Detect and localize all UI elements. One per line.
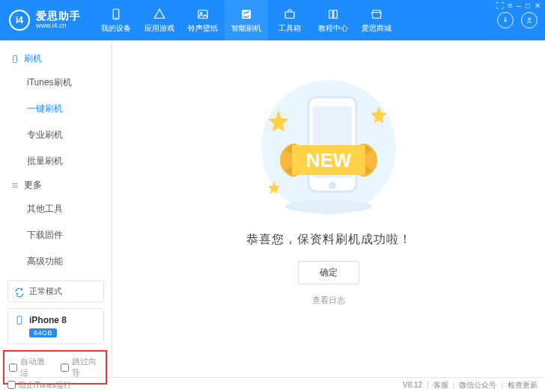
footer-link-wechat[interactable]: 微信公众号 bbox=[459, 380, 496, 391]
image-icon bbox=[196, 7, 210, 21]
phone-icon bbox=[109, 7, 123, 21]
checkbox-block-itunes[interactable]: 阻止iTunes运行 bbox=[7, 380, 71, 391]
wc-cart-icon[interactable]: ⛶ bbox=[496, 1, 504, 10]
sidebar-item-oneclick-flash[interactable]: 一键刷机 bbox=[0, 96, 112, 122]
checkbox-label: 自动激活 bbox=[20, 356, 50, 379]
nav-flash[interactable]: 智能刷机 bbox=[225, 0, 268, 40]
wc-close-icon[interactable]: ✕ bbox=[535, 1, 541, 10]
nav-label: 智能刷机 bbox=[231, 23, 261, 34]
download-icon bbox=[501, 16, 510, 25]
apps-icon bbox=[153, 7, 166, 21]
nav-apps[interactable]: 应用游戏 bbox=[138, 0, 181, 40]
window-controls: ⛶ ≡ – □ ✕ bbox=[496, 1, 541, 10]
separator: | bbox=[427, 381, 429, 389]
device-mode-label: 正常模式 bbox=[29, 286, 62, 297]
svg-rect-5 bbox=[285, 12, 294, 18]
sidebar-section-more[interactable]: 更多 bbox=[0, 174, 112, 196]
device-mode-chip[interactable]: 正常模式 bbox=[7, 281, 104, 302]
download-button[interactable] bbox=[497, 12, 514, 28]
sidebar-section-label: 更多 bbox=[24, 179, 42, 192]
brand-logo-icon: i4 bbox=[9, 10, 30, 31]
sidebar-item-batch-flash[interactable]: 批量刷机 bbox=[0, 148, 112, 174]
checkbox-label: 阻止iTunes运行 bbox=[19, 380, 71, 391]
top-nav: 我的设备 应用游戏 铃声壁纸 智能刷机 工具箱 教程中心 爱思商城 bbox=[94, 0, 398, 40]
svg-rect-11 bbox=[17, 316, 22, 325]
store-icon bbox=[370, 7, 383, 21]
separator: | bbox=[453, 381, 455, 389]
device-capacity-badge: 64GB bbox=[29, 328, 57, 337]
nav-label: 工具箱 bbox=[278, 23, 301, 34]
svg-text:NEW: NEW bbox=[306, 149, 352, 171]
sync-icon bbox=[240, 7, 253, 21]
phone-outline-icon bbox=[10, 55, 19, 64]
device-name: iPhone 8 bbox=[29, 315, 67, 325]
svg-rect-2 bbox=[198, 10, 207, 18]
success-message: 恭喜您，保资料刷机成功啦！ bbox=[246, 232, 412, 248]
sidebar-item-download-firmware[interactable]: 下载固件 bbox=[0, 222, 112, 248]
separator: | bbox=[501, 381, 503, 389]
nav-label: 教程中心 bbox=[318, 23, 348, 34]
wc-menu-icon[interactable]: ≡ bbox=[508, 1, 513, 10]
refresh-icon bbox=[14, 287, 25, 297]
view-log-link[interactable]: 查看日志 bbox=[312, 295, 345, 306]
book-icon bbox=[326, 7, 340, 21]
phone-solid-icon bbox=[14, 315, 25, 325]
brand: i4 爱思助手 www.i4.cn bbox=[0, 10, 90, 31]
nav-tutorials[interactable]: 教程中心 bbox=[311, 0, 355, 40]
checkbox-skip-wizard[interactable]: 跳过向导 bbox=[61, 356, 102, 379]
checkbox-label: 跳过向导 bbox=[72, 356, 102, 379]
wc-min-icon[interactable]: – bbox=[517, 1, 521, 10]
nav-toolbox[interactable]: 工具箱 bbox=[268, 0, 311, 40]
nav-ringtones[interactable]: 铃声壁纸 bbox=[181, 0, 225, 40]
svg-point-25 bbox=[285, 200, 372, 213]
menu-icon bbox=[10, 181, 19, 190]
footer-link-update[interactable]: 检查更新 bbox=[508, 380, 538, 391]
sidebar-section-label: 刷机 bbox=[24, 52, 42, 65]
nav-label: 应用游戏 bbox=[144, 23, 174, 34]
sidebar-item-pro-flash[interactable]: 专业刷机 bbox=[0, 122, 112, 148]
checkbox-auto-activate[interactable]: 自动激活 bbox=[9, 356, 50, 379]
success-illustration: NEW bbox=[250, 76, 407, 218]
svg-point-18 bbox=[329, 182, 336, 189]
nav-store[interactable]: 爱思商城 bbox=[355, 0, 398, 40]
svg-rect-7 bbox=[13, 55, 17, 62]
brand-url: www.i4.cn bbox=[36, 22, 81, 30]
brand-name: 爱思助手 bbox=[36, 10, 81, 22]
sidebar-section-flash[interactable]: 刷机 bbox=[0, 48, 112, 70]
sidebar-item-itunes-flash[interactable]: iTunes刷机 bbox=[0, 70, 112, 96]
sidebar-item-advanced[interactable]: 高级功能 bbox=[0, 248, 112, 275]
titlebar: i4 爱思助手 www.i4.cn 我的设备 应用游戏 铃声壁纸 智能刷机 工具… bbox=[0, 0, 545, 40]
device-card[interactable]: iPhone 8 64GB bbox=[7, 308, 104, 344]
svg-point-6 bbox=[529, 18, 531, 20]
footer-link-support[interactable]: 客服 bbox=[433, 380, 448, 391]
sidebar: 刷机 iTunes刷机 一键刷机 专业刷机 批量刷机 更多 其他工具 下载固件 … bbox=[0, 40, 112, 377]
briefcase-icon bbox=[283, 7, 296, 21]
sidebar-item-other-tools[interactable]: 其他工具 bbox=[0, 196, 112, 222]
nav-label: 铃声壁纸 bbox=[188, 23, 218, 34]
main-panel: NEW 恭喜您，保资料刷机成功啦！ 确定 查看日志 bbox=[112, 40, 545, 377]
ok-button[interactable]: 确定 bbox=[298, 261, 359, 284]
wc-max-icon[interactable]: □ bbox=[526, 1, 530, 10]
user-icon bbox=[525, 16, 534, 25]
nav-label: 爱思商城 bbox=[362, 23, 392, 34]
nav-my-device[interactable]: 我的设备 bbox=[94, 0, 138, 40]
nav-label: 我的设备 bbox=[101, 23, 131, 34]
version-label: V8.12 bbox=[403, 381, 422, 389]
account-button[interactable] bbox=[521, 12, 538, 28]
